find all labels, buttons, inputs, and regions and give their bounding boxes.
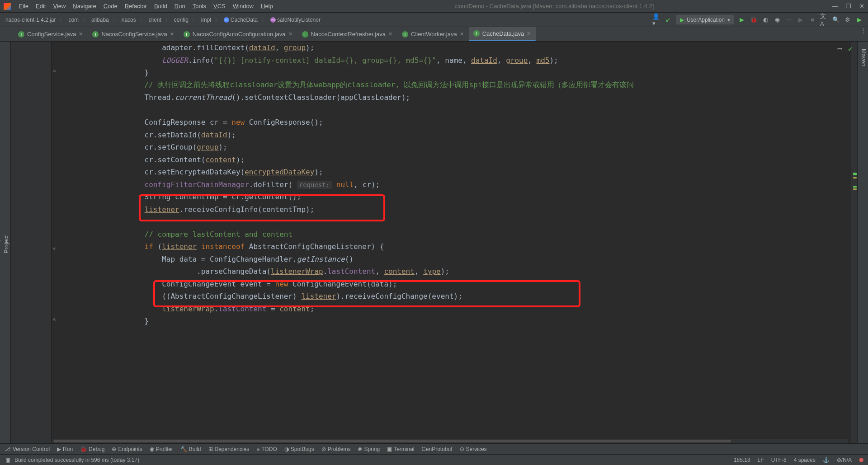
code-line[interactable]: 219⌃ } [11, 315, 857, 328]
fold-marker[interactable]: ⌃ [52, 317, 57, 325]
tab-close-icon[interactable]: ✕ [460, 31, 464, 37]
breadcrumb-class[interactable]: cCacheData [223, 17, 259, 23]
code-line[interactable]: 208 configFilterChainManager.doFilter( r… [11, 178, 857, 191]
caret-position[interactable]: 185:18 [734, 457, 750, 463]
inspection-info[interactable]: ⊘/N/A [837, 457, 852, 463]
breadcrumb-item[interactable]: impl [200, 17, 212, 23]
code-editor[interactable]: ▭ 197 adapter.fillContext(dataId, group)… [11, 42, 857, 443]
code-line[interactable]: 207 cr.setEncryptedDataKey(encryptedData… [11, 166, 857, 178]
sidebar-project[interactable]: Project [2, 45, 10, 443]
breadcrumb-item[interactable]: nacos-client-1.4.2.jar [5, 17, 57, 23]
menu-help[interactable]: Help [257, 3, 277, 9]
code-line[interactable]: 216 ConfigChangeEvent event = new Config… [11, 278, 857, 291]
tool-endpoints[interactable]: ⊕Endpoints [112, 446, 142, 452]
tab-cachedata[interactable]: ICacheData.java✕ [469, 27, 536, 41]
close-icon[interactable]: ✕ [859, 3, 864, 9]
code-line[interactable]: 200 // 执行回调之前先将线程classloader设置为具体webapp的… [11, 79, 857, 92]
coverage-icon[interactable]: ◐ [761, 16, 769, 24]
code-line[interactable]: 217 ((AbstractConfigChangeListener) list… [11, 290, 857, 303]
run-config-selector[interactable]: ▶ UserApplication ▾ [676, 15, 734, 24]
fold-marker[interactable]: ⌄ [52, 242, 57, 251]
code-line[interactable]: 211 [11, 216, 857, 228]
code-line[interactable]: 197 adapter.fillContext(dataId, group); [11, 42, 857, 54]
more-run-icon[interactable]: ⋯ [785, 16, 793, 24]
code-line[interactable]: 203 ConfigResponse cr = new ConfigRespon… [11, 116, 857, 129]
breadcrumb-item[interactable]: com [67, 17, 80, 23]
menu-build[interactable]: Build [151, 3, 171, 9]
tool-dependencies[interactable]: ⊞Dependencies [208, 446, 250, 452]
tool-todo[interactable]: ≡TODO [256, 446, 277, 452]
menu-run[interactable]: Run [171, 3, 189, 9]
tabs-more-icon[interactable]: ⋮ [860, 27, 866, 34]
menu-tools[interactable]: Tools [189, 3, 210, 9]
code-line[interactable]: 215 .parseChangeData(listenerWrap.lastCo… [11, 265, 857, 278]
tab-close-icon[interactable]: ✕ [527, 31, 531, 37]
menu-code[interactable]: Code [100, 3, 121, 9]
code-line[interactable]: 210 listener.receiveConfigInfo(contentTm… [11, 203, 857, 216]
tool-version-control[interactable]: ⎇Version Control [5, 446, 50, 452]
stop-icon[interactable]: ■ [808, 16, 816, 24]
reader-mode-icon[interactable]: ▭ [838, 44, 842, 53]
rerun-icon[interactable]: ▶ [797, 16, 805, 24]
tab-configservice[interactable]: IConfigService.java✕ [14, 27, 88, 41]
menu-refactor[interactable]: Refactor [121, 3, 151, 9]
search-icon[interactable]: 🔍 [832, 16, 840, 24]
line-separator[interactable]: LF [758, 457, 764, 463]
sidebar-pull-requests[interactable]: Pull Requests [0, 45, 2, 443]
tab-nacosconfigservice[interactable]: INacosConfigService.java✕ [88, 27, 179, 41]
tool-spotbugs[interactable]: ◑SpotBugs [284, 446, 314, 452]
menu-file[interactable]: File [15, 3, 32, 9]
code-line[interactable]: 201 Thread.currentThread().setContextCla… [11, 91, 857, 104]
code-line[interactable]: 214 Map data = ConfigChangeHandler.getIn… [11, 253, 857, 266]
tool-services[interactable]: ⊙Services [460, 446, 487, 452]
run-anything-icon[interactable]: ▶ [855, 16, 863, 24]
menu-edit[interactable]: Edit [32, 3, 49, 9]
profile-icon[interactable]: ◉ [773, 16, 781, 24]
sidebar-maven[interactable]: Maven [859, 45, 868, 443]
settings-icon[interactable]: ⚙ [844, 16, 852, 24]
tool-problems[interactable]: ⊘Problems [321, 446, 351, 452]
code-line[interactable]: 198 LOGGER.info("[{}] [notify-context] d… [11, 54, 857, 67]
code-line[interactable]: 218 listenerWrap.lastContent = content; [11, 303, 857, 315]
tool-build[interactable]: 🔨Build [180, 446, 201, 452]
indent-info[interactable]: 4 spaces [794, 457, 816, 463]
code-line[interactable]: 209 String contentTmp = cr.getContent(); [11, 191, 857, 203]
code-area[interactable]: 197 adapter.fillContext(dataId, group);1… [11, 42, 857, 340]
run-icon[interactable]: ▶ [738, 16, 746, 24]
debug-icon[interactable]: 🐞 [750, 16, 758, 24]
menu-navigate[interactable]: Navigate [69, 3, 99, 9]
tool-genprotobuf[interactable]: GenProtobuf [422, 446, 453, 452]
tab-close-icon[interactable]: ✕ [288, 31, 292, 37]
menu-window[interactable]: Window [229, 3, 257, 9]
maximize-icon[interactable]: ❐ [846, 3, 851, 9]
breadcrumb-item[interactable]: client [148, 17, 162, 23]
minimize-icon[interactable]: — [832, 3, 838, 9]
error-stripe[interactable] [851, 42, 857, 443]
breadcrumb-method[interactable]: msafeNotifyListener [269, 17, 321, 23]
tool-spring[interactable]: ❀Spring [358, 446, 380, 452]
tab-clientworker[interactable]: IClientWorker.java✕ [397, 27, 469, 41]
tab-nacoscontextrefresher[interactable]: INacosContextRefresher.java✕ [297, 27, 397, 41]
tab-nacosconfigautoconfiguration[interactable]: INacosConfigAutoConfiguration.java✕ [179, 27, 297, 41]
fold-marker[interactable]: ⌃ [52, 68, 57, 77]
file-encoding[interactable]: UTF-8 [771, 457, 787, 463]
tab-close-icon[interactable]: ✕ [170, 31, 174, 37]
tool-debug[interactable]: 🐞Debug [80, 446, 104, 452]
vcs-update-icon[interactable]: ↙ [664, 16, 672, 24]
tab-close-icon[interactable]: ✕ [79, 31, 83, 37]
breadcrumb-item[interactable]: nacos [121, 17, 137, 23]
code-line[interactable]: 199⌃ } [11, 66, 857, 79]
horizontal-scrollbar[interactable] [52, 439, 848, 443]
user-icon[interactable]: 👤▾ [652, 16, 660, 24]
tool-profiler[interactable]: ◉Profiler [150, 446, 173, 452]
code-line[interactable]: 212 // compare lastContent and content [11, 228, 857, 241]
menu-vcs[interactable]: VCS [210, 3, 229, 9]
code-line[interactable]: 213⌄ if (listener instanceof AbstractCon… [11, 240, 857, 253]
tool-run[interactable]: ▶Run [57, 446, 73, 452]
memory-icon[interactable]: ⚓ [823, 457, 830, 463]
code-line[interactable]: 205 cr.setGroup(group); [11, 141, 857, 154]
breadcrumb-item[interactable]: config [173, 17, 189, 23]
tool-terminal[interactable]: ▣Terminal [387, 446, 414, 452]
code-line[interactable]: 206 cr.setContent(content); [11, 154, 857, 166]
code-line[interactable]: 220 [11, 328, 857, 340]
